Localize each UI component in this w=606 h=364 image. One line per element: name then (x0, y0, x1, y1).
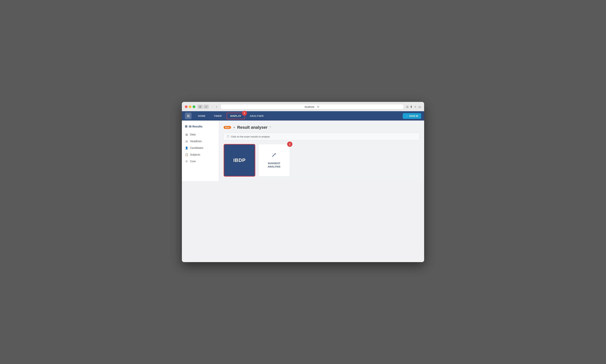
downloads-button[interactable]: ⊙ (406, 105, 408, 109)
address-bar[interactable]: localhost ↻ (221, 104, 404, 109)
beta-badge: Beta (224, 126, 231, 129)
gear-icon: ⚙ (185, 160, 188, 163)
info-banner: ⓘ Click on the exam results to analyse. (224, 133, 420, 140)
tab-view-button[interactable]: ⊞ (198, 105, 203, 109)
traffic-lights (185, 105, 195, 108)
tab-home[interactable]: HOME (195, 113, 209, 119)
ibdp-card[interactable]: IBDP (224, 144, 255, 177)
forward-button[interactable]: › (215, 105, 218, 109)
sparkle-icon: ✦ (233, 126, 235, 129)
main-layout: ⊞ IB Results ▦ Data ▤ Headlines 👤 Candid… (182, 120, 424, 181)
sidebar-item-core-label: Core (190, 160, 196, 163)
maximize-button[interactable] (193, 105, 195, 108)
tab-timer[interactable]: TIMER (211, 113, 225, 119)
browser-top-bar: ⊞ ∨ ‹ › localhost ↻ ⊙ ⬆ ＋ ▭ (185, 104, 421, 109)
cards-row: IBDP 2 (224, 144, 420, 177)
sidebar-item-core[interactable]: ⚙ Core (182, 158, 219, 165)
reload-button[interactable]: ↻ (317, 105, 319, 108)
top-nav: ⊞ HOME TIMER DISPLAY 1 ANALYSER → SIGN I… (182, 111, 424, 120)
tab-display[interactable]: DISPLAY 1 (227, 113, 245, 119)
sidebar-item-headlines[interactable]: ▤ Headlines (182, 138, 219, 144)
info-text: Click on the exam results to analyse. (231, 135, 270, 138)
sidebar-item-subjects[interactable]: 📋 Subjects (182, 151, 219, 158)
close-button[interactable] (185, 105, 187, 108)
page-header: Beta ✦ Result analyser ? (224, 125, 420, 130)
url-display: localhost (305, 105, 314, 108)
sidebar-item-subjects-label: Subjects (190, 153, 200, 156)
sparkles-icon (271, 152, 277, 159)
browser-action-buttons: ⊙ ⬆ ＋ ▭ (406, 105, 421, 109)
table-icon: ▦ (185, 133, 188, 136)
sidebar-item-headlines-label: Headlines (190, 140, 202, 143)
step-1-badge: 1 (242, 111, 247, 116)
logo-icon: ⊞ (185, 113, 192, 119)
suggest-analysis-label: SUGGEST ANALYSIS (268, 162, 281, 169)
new-tab-button[interactable]: ＋ (414, 105, 417, 109)
content-area: Beta ✦ Result analyser ? ⓘ Click on the … (219, 120, 424, 181)
page-title: Result analyser (237, 125, 268, 130)
sidebar-item-data[interactable]: ▦ Data (182, 131, 219, 138)
sidebar-toggle-button[interactable]: ▭ (418, 105, 421, 109)
info-circle-icon: ⓘ (227, 135, 229, 138)
address-bar-container: localhost ↻ (221, 104, 404, 109)
browser-window: ⊞ ∨ ‹ › localhost ↻ ⊙ ⬆ ＋ ▭ (182, 102, 424, 262)
nav-buttons: ‹ › (211, 105, 218, 109)
sidebar-item-candidates-label: Candidates (190, 146, 203, 149)
back-button[interactable]: ‹ (211, 105, 214, 109)
suggest-analysis-card[interactable]: 2 (258, 144, 290, 177)
sidebar-item-candidates[interactable]: 👤 Candidates (182, 144, 219, 151)
help-icon[interactable]: ? (269, 126, 271, 129)
browser-chrome: ⊞ ∨ ‹ › localhost ↻ ⊙ ⬆ ＋ ▭ (182, 102, 424, 111)
share-button[interactable]: ⬆ (410, 105, 412, 109)
book-icon: 📋 (185, 153, 188, 156)
tab-analyser[interactable]: ANALYSER (247, 113, 267, 119)
sidebar-header: ⊞ IB Results (182, 123, 219, 131)
app-container: ⊞ HOME TIMER DISPLAY 1 ANALYSER → SIGN I… (182, 111, 424, 181)
file-icon: ▤ (185, 140, 188, 143)
sidebar-logo-icon: ⊞ (185, 125, 187, 128)
sidebar: ⊞ IB Results ▦ Data ▤ Headlines 👤 Candid… (182, 120, 219, 181)
logo-symbol: ⊞ (187, 114, 190, 118)
sign-in-button[interactable]: → SIGN IN (403, 113, 421, 119)
ibdp-label: IBDP (233, 157, 246, 163)
users-icon: 👤 (185, 146, 188, 149)
step-2-badge: 2 (287, 142, 292, 147)
minimize-button[interactable] (189, 105, 191, 108)
expand-button[interactable]: ∨ (203, 105, 209, 109)
sign-in-icon: → (406, 115, 408, 117)
sidebar-item-data-label: Data (190, 133, 196, 136)
window-controls: ⊞ ∨ (198, 105, 209, 109)
sidebar-title: IB Results (189, 125, 202, 128)
